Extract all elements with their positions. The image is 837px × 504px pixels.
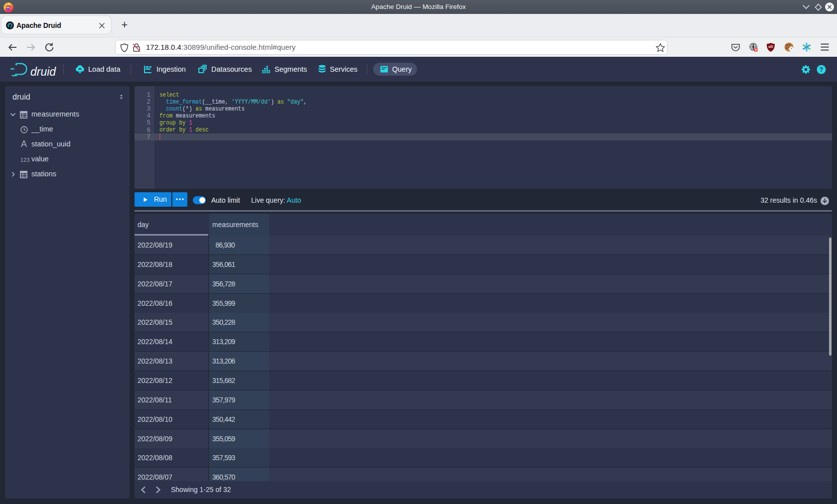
svg-text:uO: uO — [768, 45, 773, 48]
svg-text:?: ? — [820, 66, 824, 73]
